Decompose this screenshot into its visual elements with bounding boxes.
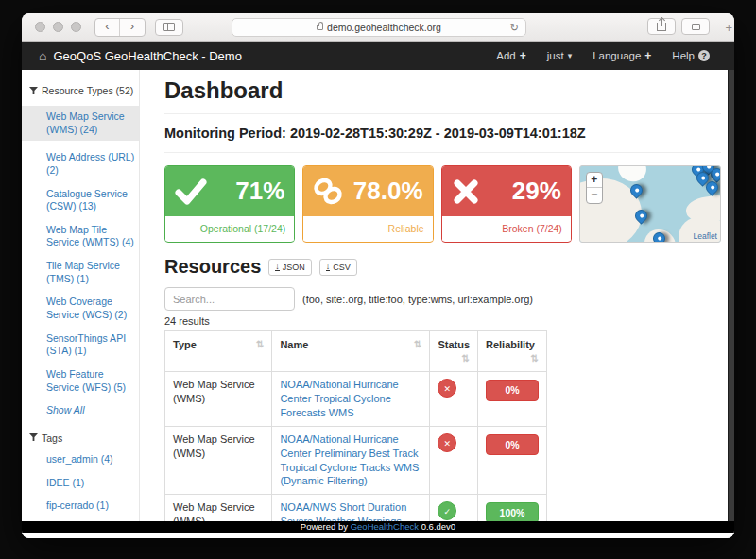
tag-item-user-admin[interactable]: user_admin (4) [29, 453, 139, 466]
history-nav: ‹ › [94, 18, 146, 37]
filter-sidebar: Resource Types (52) Web Map Service (WMS… [22, 70, 140, 521]
sort-icon[interactable]: ⇅ [462, 352, 470, 365]
broken-label: Broken (7/24) [442, 216, 571, 241]
nav-user-menu[interactable]: just ▾ [547, 50, 572, 61]
cross-icon [452, 178, 480, 206]
new-tab-button[interactable]: + [725, 21, 732, 35]
table-row: Web Map Service (WMS) NOAA/NWS Short Dur… [165, 495, 547, 521]
share-button[interactable] [647, 18, 676, 35]
sidebar-item-wmts[interactable]: Web Map Tile Service (WMTS) (4) [29, 224, 139, 249]
browser-toolbar: ‹ › demo.geohealthcheck.org ↻ + [22, 13, 734, 42]
reliability-badge[interactable]: 100% [486, 502, 539, 521]
window-controls [35, 22, 81, 32]
resource-link[interactable]: NOAA/National Hurricane Center Prelimina… [280, 433, 419, 487]
footer-text: Powered by [301, 521, 348, 532]
reliability-badge[interactable]: 0% [486, 434, 539, 455]
refresh-icon[interactable]: ↻ [510, 22, 519, 34]
reliability-badge[interactable]: 0% [486, 380, 539, 400]
download-csv-button[interactable]: ↓ CSV [319, 259, 357, 276]
status-broken-icon[interactable]: ✕ [438, 379, 456, 398]
resource-types-header: Resource Types (52) [29, 85, 139, 96]
resource-type: Web Map Service (WMS) [165, 372, 272, 427]
zoom-window-icon[interactable] [71, 22, 81, 32]
zoom-out-button[interactable]: − [587, 188, 602, 203]
sidebar-toggle-button[interactable] [155, 19, 183, 36]
app-navbar: ⌂ GeoQoS GeoHealthCheck - Demo Add + jus… [22, 42, 734, 70]
table-row: Web Map Service (WMS) NOAA/National Hurr… [165, 426, 547, 494]
question-icon: ? [698, 50, 710, 61]
search-hint: (foo, site:.org, title:foo, type:wms, ur… [302, 294, 533, 305]
resource-type: Web Map Service (WMS) [165, 426, 272, 494]
tags-header: Tags [29, 432, 139, 444]
nav-language[interactable]: Language + [593, 49, 651, 62]
zoom-in-button[interactable]: + [587, 173, 602, 188]
broken-value: 29% [512, 177, 561, 206]
overview-map[interactable]: + − Leaflet [579, 165, 721, 243]
sidebar-item-tms[interactable]: Tile Map Service (TMS) (1) [29, 260, 139, 285]
sort-icon[interactable]: ⇅ [531, 352, 539, 365]
sidebar-item-wfs[interactable]: Web Feature Service (WFS) (5) [29, 368, 139, 394]
sidebar-item-url[interactable]: Web Address (URL) (2) [29, 151, 139, 177]
page-title: Dashboard [164, 77, 721, 114]
resource-link[interactable]: NOAA/NWS Short Duration Severe Weather W… [280, 501, 406, 521]
resource-link[interactable]: NOAA/National Hurricane Center Tropical … [280, 379, 398, 418]
sidebar-item-wcs[interactable]: Web Coverage Service (WCS) (2) [29, 296, 139, 321]
column-header-type[interactable]: Type⇅ [165, 331, 272, 372]
home-icon[interactable]: ⌂ [39, 48, 46, 63]
url-text: demo.geohealthcheck.org [327, 22, 441, 33]
nav-add[interactable]: Add + [496, 49, 525, 62]
table-row: Web Map Service (WMS) NOAA/National Hurr… [165, 372, 547, 427]
column-header-name[interactable]: Name⇅ [272, 331, 430, 372]
tag-item-fip-cerrado[interactable]: fip-cerrado (1) [29, 500, 139, 513]
plus-icon: + [520, 49, 526, 62]
download-json-button[interactable]: ↓ JSON [268, 259, 312, 276]
operational-card: 71% Operational (17/24) [164, 165, 295, 243]
status-broken-icon[interactable]: ✕ [438, 433, 456, 452]
results-count: 24 results [164, 315, 721, 327]
sort-icon[interactable]: ⇅ [414, 338, 421, 351]
url-bar[interactable]: demo.geohealthcheck.org ↻ [232, 18, 526, 37]
filter-icon [29, 433, 38, 442]
nav-language-label: Language [593, 50, 641, 61]
sidebar-icon [163, 23, 175, 31]
nav-help-label: Help [672, 50, 695, 61]
nav-help[interactable]: Help ? [672, 50, 710, 61]
minimize-window-icon[interactable] [53, 22, 63, 32]
operational-label: Operational (17/24) [165, 216, 294, 241]
filter-icon [29, 87, 38, 95]
sidebar-item-wms[interactable]: Web Map Service (WMS) (24) [22, 106, 139, 141]
browser-window: ‹ › demo.geohealthcheck.org ↻ + ⌂ GeoQoS… [22, 13, 734, 538]
app-footer: Powered by GeoHealthCheck 0.6.dev0 [22, 521, 734, 533]
column-header-reliability[interactable]: Reliability⇅ [478, 331, 547, 372]
sidebar-item-csw[interactable]: Catalogue Service (CSW) (13) [29, 188, 139, 213]
nav-user-label: just [547, 50, 564, 61]
resources-table: Type⇅ Name⇅ Status⇅ Reliability⇅ Web Map… [164, 330, 547, 521]
status-ok-icon[interactable]: ✓ [438, 501, 456, 520]
tabs-icon [692, 24, 700, 30]
window-bottom-edge [22, 533, 734, 538]
search-input[interactable] [164, 287, 295, 311]
resources-title: Resources [164, 256, 261, 278]
lock-icon [317, 25, 323, 30]
reliable-value: 78.0% [353, 177, 423, 206]
link-icon [313, 178, 343, 206]
forward-button[interactable]: › [120, 19, 145, 36]
tag-item-idee[interactable]: IDEE (1) [29, 477, 139, 490]
page-scrollbar[interactable] [728, 70, 734, 521]
tab-overview-button[interactable] [681, 18, 710, 35]
caret-down-icon: ▾ [568, 51, 573, 60]
share-icon [657, 23, 666, 31]
column-header-status[interactable]: Status⇅ [430, 331, 478, 372]
back-button[interactable]: ‹ [95, 19, 120, 36]
close-window-icon[interactable] [35, 22, 45, 32]
geohealthcheck-link[interactable]: GeoHealthCheck [351, 521, 419, 532]
sidebar-show-all[interactable]: Show All [29, 404, 139, 417]
sidebar-item-sta[interactable]: SensorThings API (STA) (1) [29, 332, 139, 358]
reliable-card: 78.0% Reliable [302, 165, 433, 243]
sort-icon[interactable]: ⇅ [256, 338, 264, 351]
map-attribution[interactable]: Leaflet [693, 231, 717, 241]
nav-add-label: Add [496, 50, 515, 61]
check-icon [175, 178, 207, 206]
download-icon: ↓ [326, 263, 331, 271]
app-brand[interactable]: GeoQoS GeoHealthCheck - Demo [53, 49, 241, 63]
